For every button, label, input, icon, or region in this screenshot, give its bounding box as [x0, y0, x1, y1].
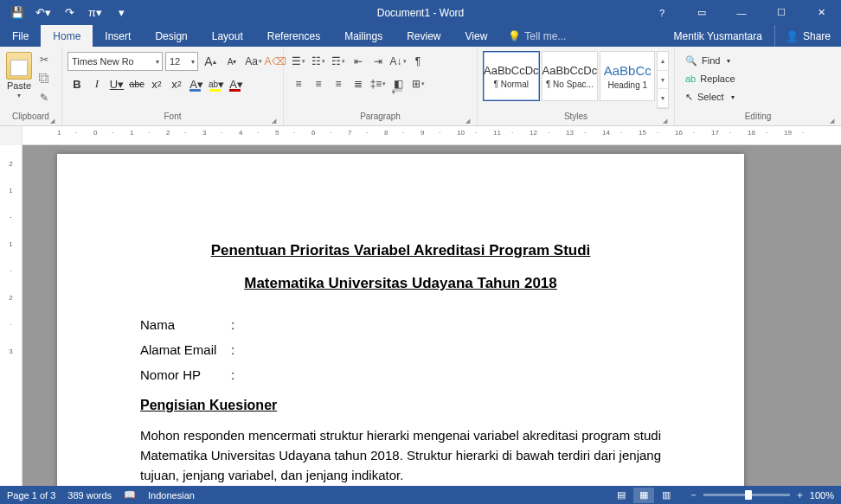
tab-mailings[interactable]: Mailings [332, 25, 395, 47]
justify-button[interactable]: ≣ [349, 74, 368, 93]
doc-title-line1: Penentuan Prioritas Variabel Akreditasi … [140, 237, 661, 265]
group-editing: 🔍Find▾ abReplace ↖Select▾ Editing [675, 47, 841, 125]
font-name-combo[interactable]: Times New Ro [67, 52, 163, 71]
document-scroll[interactable]: Penentuan Prioritas Variabel Akreditasi … [22, 145, 841, 486]
line-spacing-button[interactable]: ‡≡ [369, 74, 388, 93]
tab-insert[interactable]: Insert [93, 25, 143, 47]
replace-button[interactable]: abReplace [682, 70, 739, 87]
undo-button[interactable]: ↶▾ [31, 1, 55, 25]
tab-layout[interactable]: Layout [200, 25, 255, 47]
tab-home[interactable]: Home [41, 25, 93, 47]
editing-group-label: Editing [678, 112, 838, 125]
text-effects-button[interactable]: A▾ [187, 74, 206, 93]
tell-me-label: Tell me... [524, 30, 566, 42]
doc-title-line2: Matematika Universitas Udayana Tahun 201… [140, 270, 661, 297]
status-bar: Page 1 of 3 389 words 📖 Indonesian ▤ ▦ ▥… [0, 486, 841, 504]
redo-button[interactable]: ↷ [57, 1, 81, 25]
status-language[interactable]: Indonesian [148, 490, 195, 501]
font-size-combo[interactable]: 12 [165, 52, 198, 71]
horizontal-ruler[interactable]: 1·0·1·2·3·4·5·6·7·8·9·10·11·12·13·14·15·… [22, 126, 841, 145]
zoom-slider[interactable] [703, 494, 790, 496]
style-no-spacing[interactable]: AaBbCcDc¶ No Spac... [542, 51, 599, 101]
replace-icon: ab [685, 73, 696, 84]
qat-customize[interactable]: ▾ [109, 1, 133, 25]
select-icon: ↖ [685, 92, 693, 103]
tell-me[interactable]: 💡Tell me... [499, 25, 575, 47]
bold-button[interactable]: B [67, 74, 87, 93]
numbering-button[interactable]: ☷ [309, 52, 328, 71]
find-button[interactable]: 🔍Find▾ [682, 52, 734, 69]
share-label: Share [803, 30, 831, 42]
share-button[interactable]: 👤Share [774, 25, 841, 47]
window-title: Document1 - Word [377, 7, 464, 19]
grow-font-button[interactable]: A▴ [201, 52, 220, 71]
select-button[interactable]: ↖Select▾ [682, 88, 738, 105]
zoom-out-button[interactable]: － [689, 488, 698, 501]
minimize-button[interactable]: ― [722, 0, 761, 25]
zoom-in-button[interactable]: ＋ [795, 488, 805, 501]
style-normal[interactable]: AaBbCcDc¶ Normal [483, 51, 540, 101]
bulb-icon: 💡 [508, 30, 521, 42]
subscript-button[interactable]: x2 [147, 74, 166, 93]
paste-button[interactable]: Paste ▾ [3, 48, 35, 99]
cut-button[interactable]: ✂ [35, 51, 53, 68]
strikethrough-button[interactable]: abc [127, 74, 146, 93]
align-left-button[interactable]: ≡ [289, 74, 308, 93]
highlight-button[interactable]: ab▾ [207, 74, 226, 93]
ribbon-tabs: File Home Insert Design Layout Reference… [0, 25, 841, 47]
help-button[interactable]: ? [642, 0, 682, 25]
title-bar: 💾 ↶▾ ↷ π▾ ▾ Document1 - Word ? ▭ ― ☐ ✕ [0, 0, 841, 25]
doc-body-paragraph: Mohon responden mencermati struktur hier… [140, 425, 661, 486]
status-words[interactable]: 389 words [67, 490, 112, 501]
decrease-indent-button[interactable]: ⇤ [349, 52, 368, 71]
print-layout-button[interactable]: ▦ [633, 488, 654, 503]
shrink-font-button[interactable]: A▾ [222, 52, 241, 71]
styles-scroll[interactable]: ▴▾▾ [657, 51, 669, 109]
superscript-button[interactable]: x2 [167, 74, 186, 93]
account-name[interactable]: Mentik Yusmantara [661, 25, 774, 47]
clipboard-group-label: Clipboard [3, 112, 58, 125]
tab-view[interactable]: View [453, 25, 500, 47]
align-right-button[interactable]: ≡ [329, 74, 348, 93]
group-paragraph: ☰ ☷ ☶ ⇤ ⇥ A↓ ¶ ≡ ≡ ≡ ≣ ‡≡ ◧ ⊞ Paragraph [284, 47, 478, 125]
style-heading1[interactable]: AaBbCcHeading 1 [600, 51, 655, 101]
group-clipboard: Paste ▾ ✂ ⿻ ✎ Clipboard [0, 47, 62, 125]
close-button[interactable]: ✕ [801, 0, 841, 25]
web-layout-button[interactable]: ▥ [656, 488, 677, 503]
bullets-button[interactable]: ☰ [289, 52, 308, 71]
page[interactable]: Penentuan Prioritas Variabel Akreditasi … [57, 154, 744, 486]
tab-design[interactable]: Design [143, 25, 199, 47]
save-button[interactable]: 💾 [5, 1, 29, 25]
vertical-ruler[interactable]: 21·1·2·3 [0, 145, 22, 486]
ribbon-display-button[interactable]: ▭ [682, 0, 722, 25]
tab-file[interactable]: File [0, 25, 41, 47]
shading-button[interactable]: ◧ [388, 74, 408, 93]
proofing-icon[interactable]: 📖 [124, 489, 136, 501]
read-mode-button[interactable]: ▤ [611, 488, 632, 503]
sort-button[interactable]: A↓ [388, 52, 408, 71]
find-icon: 🔍 [685, 55, 697, 67]
show-marks-button[interactable]: ¶ [408, 52, 427, 71]
clear-formatting-button[interactable]: A⌫ [266, 52, 285, 71]
increase-indent-button[interactable]: ⇥ [369, 52, 388, 71]
tab-references[interactable]: References [255, 25, 332, 47]
equation-button[interactable]: π▾ [83, 1, 107, 25]
maximize-button[interactable]: ☐ [761, 0, 801, 25]
field-email: Alamat Email: [140, 342, 661, 357]
tab-review[interactable]: Review [395, 25, 453, 47]
field-hp: Nomor HP: [140, 367, 661, 382]
zoom-level[interactable]: 100% [810, 490, 834, 501]
change-case-button[interactable]: Aa [244, 52, 263, 71]
copy-button[interactable]: ⿻ [35, 70, 53, 87]
multilevel-button[interactable]: ☶ [329, 52, 348, 71]
align-center-button[interactable]: ≡ [309, 74, 328, 93]
format-painter-button[interactable]: ✎ [35, 89, 53, 106]
font-color-button[interactable]: A▾ [227, 74, 246, 93]
group-font: Times New Ro 12 A▴ A▾ Aa A⌫ B I U▾ abc x… [62, 47, 284, 125]
underline-button[interactable]: U▾ [107, 74, 126, 93]
status-page[interactable]: Page 1 of 3 [7, 490, 55, 501]
paste-icon [6, 52, 32, 80]
italic-button[interactable]: I [87, 74, 106, 93]
borders-button[interactable]: ⊞ [408, 74, 427, 93]
window-controls: ? ▭ ― ☐ ✕ [642, 0, 841, 25]
